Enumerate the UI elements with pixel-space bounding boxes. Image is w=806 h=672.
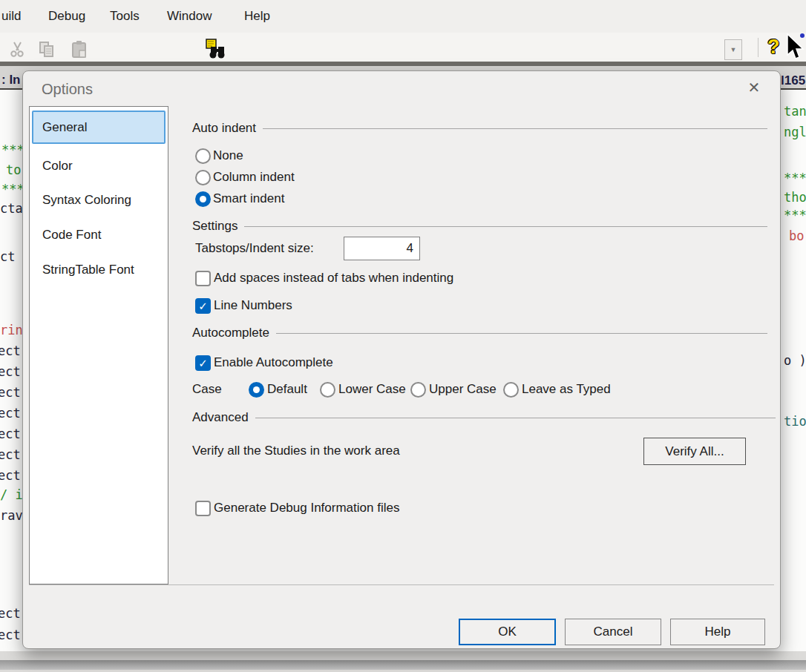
check-icon: ✓ [198, 300, 208, 312]
menu-item-tools[interactable]: Tools [110, 0, 140, 33]
checkbox-label: Enable Autocomplete [214, 355, 333, 370]
group-line [276, 333, 767, 334]
code-fragment: rav [0, 509, 22, 523]
options-dialog: Options ✕ General Color Syntax Coloring … [22, 70, 781, 649]
category-list: General Color Syntax Coloring Code Font … [29, 106, 168, 584]
checkbox-icon: ✓ [195, 355, 211, 371]
verify-description: Verify all the Studies in the work area [192, 441, 400, 461]
find-in-files-icon[interactable] [205, 38, 227, 60]
code-fragment: ct [0, 250, 15, 264]
radio-icon [195, 148, 211, 164]
checkbox-enable-autocomplete[interactable]: ✓ Enable Autocomplete [195, 352, 333, 373]
group-settings: Settings [192, 218, 767, 234]
checkbox-generate-debug[interactable]: ✓ Generate Debug Information files [195, 498, 399, 518]
group-line [255, 418, 776, 418]
code-fragment: / i [0, 488, 22, 502]
group-label: Advanced [192, 410, 249, 425]
checkbox-label: Add spaces instead of tabs when indentin… [214, 271, 453, 286]
code-fragment: ect [0, 607, 21, 621]
tabstops-input[interactable] [344, 237, 420, 260]
editor-right-edge: tan ngl *** tho *** bo o ) tio [782, 0, 806, 672]
nav-item-general[interactable]: General [32, 111, 166, 144]
code-fragment: to [6, 163, 21, 177]
toolbar: ↶ ▼ ↷ ▼ [0, 33, 806, 62]
checkbox-icon: ✓ [195, 298, 211, 314]
static-text: Verify all the Studies in the work area [192, 444, 400, 458]
code-fragment: ect [0, 469, 21, 483]
help-icon[interactable]: ? [767, 37, 780, 57]
radio-smart-indent[interactable]: Smart indent [195, 188, 284, 209]
group-label: Autocomplete [192, 326, 269, 340]
help-button[interactable]: Help [670, 619, 765, 645]
radio-label: Leave as Typed [522, 382, 611, 397]
radio-case-leave-as-typed[interactable]: Leave as Typed [503, 379, 611, 400]
radio-case-lower[interactable]: Lower Case [320, 379, 406, 400]
code-fragment: tho [784, 191, 806, 205]
menu-item-help[interactable]: Help [244, 0, 270, 33]
code-fragment: o ) [784, 354, 806, 368]
checkbox-label: Line Numbers [214, 298, 292, 313]
check-icon: ✓ [198, 358, 208, 369]
dialog-separator [29, 584, 774, 585]
group-label: Settings [192, 219, 237, 234]
copy-icon[interactable] [37, 40, 56, 59]
code-fragment: *** [784, 208, 806, 223]
radio-icon [195, 170, 211, 185]
nav-item-color[interactable]: Color [32, 150, 166, 182]
ok-button[interactable]: OK [459, 619, 556, 645]
checkbox-line-numbers[interactable]: ✓ Line Numbers [195, 295, 292, 316]
nav-item-label: General [42, 120, 87, 135]
radio-icon [320, 382, 335, 398]
group-line [263, 128, 767, 129]
menu-item-window[interactable]: Window [167, 0, 212, 33]
close-icon[interactable]: ✕ [741, 76, 767, 99]
nav-item-label: Code Font [42, 228, 101, 243]
code-fragment: rin [0, 323, 22, 337]
radio-icon [410, 382, 426, 398]
radio-icon [503, 382, 519, 398]
code-fragment: ect [0, 448, 21, 462]
nav-item-syntax-coloring[interactable]: Syntax Coloring [32, 184, 166, 217]
radio-icon [249, 382, 264, 398]
screen: uild Debug Tools Window Help ↶ ▼ ↷ ▼ ▼ ?… [0, 0, 806, 672]
toolbar-combobox-dropdown[interactable]: ▼ [724, 39, 742, 60]
radio-case-upper[interactable]: Upper Case [410, 379, 497, 400]
paste-icon[interactable] [70, 40, 89, 59]
checkbox-label: Generate Debug Information files [214, 501, 399, 515]
radio-column-indent[interactable]: Column indent [195, 167, 295, 188]
code-fragment: cta [0, 202, 22, 216]
chevron-down-icon: ▼ [730, 46, 737, 53]
code-fragment: ect [0, 406, 21, 421]
menu-item-debug[interactable]: Debug [48, 0, 85, 33]
code-fragment: *** [1, 182, 22, 197]
code-fragment: ect [0, 427, 21, 441]
radio-label: Upper Case [429, 382, 497, 397]
nav-item-code-font[interactable]: Code Font [32, 219, 166, 251]
verify-all-button[interactable]: Verify All... [643, 438, 746, 465]
cancel-button[interactable]: Cancel [565, 619, 661, 645]
nav-item-label: Color [42, 159, 73, 174]
nav-item-label: Syntax Coloring [42, 193, 131, 208]
code-fragment: *** [784, 171, 806, 185]
nav-item-label: StringTable Font [42, 263, 134, 277]
group-label: Auto indent [192, 121, 256, 136]
code-fragment: ngl [784, 125, 806, 139]
code-fragment: ect [0, 365, 21, 379]
nav-item-stringtable-font[interactable]: StringTable Font [32, 254, 166, 286]
mouse-cursor-icon [785, 33, 806, 61]
code-fragment: tio [784, 415, 806, 429]
tabstops-label: Tabstops/Indent size: [195, 238, 314, 259]
checkbox-add-spaces[interactable]: ✓ Add spaces instead of tabs when indent… [195, 268, 453, 289]
menu-bar: uild Debug Tools Window Help [0, 0, 806, 33]
dialog-title: Options [42, 77, 93, 101]
case-label: Case [192, 379, 222, 400]
group-advanced: Advanced [192, 409, 776, 426]
radio-case-default[interactable]: Default [249, 379, 307, 400]
window-bottom-edge [0, 660, 806, 670]
code-fragment: ect [0, 344, 21, 358]
field-label: Tabstops/Indent size: [195, 241, 314, 256]
radio-label: None [213, 148, 243, 163]
code-fragment: *** [1, 143, 22, 157]
code-fragment: ect [0, 386, 21, 400]
radio-none[interactable]: None [195, 145, 243, 166]
